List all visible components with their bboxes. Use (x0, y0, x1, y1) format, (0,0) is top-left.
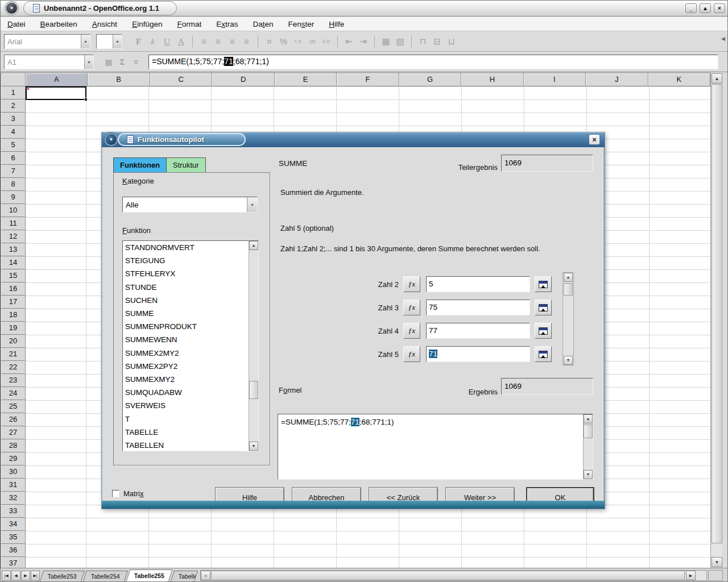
scroll-up-button[interactable]: ▲ (249, 241, 258, 250)
font-name-combo[interactable]: Arial ▼ (4, 34, 90, 49)
argument-scrollbar[interactable]: ▲ ▼ (562, 272, 574, 365)
function-listbox[interactable]: STANDNORMVERTSTEIGUNGSTFEHLERYXSTUNDESUC… (122, 240, 259, 451)
zahl-4[interactable]: 77 (426, 323, 530, 339)
row-header[interactable]: 37 (1, 557, 26, 568)
align-right-icon[interactable]: ≡ (225, 35, 239, 48)
tab-struktur[interactable]: Struktur (167, 157, 206, 172)
close-button[interactable]: × (714, 3, 725, 13)
menu-ansicht[interactable]: Ansicht (92, 20, 117, 28)
row-header[interactable]: 7 (1, 165, 26, 178)
row-header[interactable]: 12 (1, 230, 26, 243)
col-header-i[interactable]: I (524, 73, 586, 86)
row-header[interactable]: 31 (1, 479, 26, 492)
function-list-item[interactable]: T (123, 413, 249, 426)
formel-textarea[interactable]: =SUMME(1;5;75;77;71;68;771;1) ▲ ▼ (278, 414, 593, 480)
col-header-c[interactable]: C (150, 73, 212, 86)
underline-icon[interactable]: U (160, 35, 174, 48)
align-center-icon[interactable]: ≡ (211, 35, 225, 48)
italic-icon[interactable]: k (146, 35, 160, 48)
select-all-corner[interactable] (1, 73, 26, 86)
list-scroll-thumb[interactable] (249, 381, 258, 399)
formula-input[interactable]: =SUMME(1;5;75;77;71;68;771;1) (148, 55, 718, 69)
col-header-a[interactable]: A (26, 73, 88, 86)
function-list-item[interactable]: STUNDE (123, 281, 249, 294)
separator[interactable] (337, 36, 338, 47)
menu-format[interactable]: Format (177, 20, 201, 28)
col-header-f[interactable]: F (337, 73, 399, 86)
kategorie-combo[interactable]: Alle ▼ (122, 197, 258, 213)
scroll-right-button[interactable]: ▶ (686, 571, 696, 580)
row-header[interactable]: 21 (1, 348, 26, 361)
matrix-checkbox[interactable] (112, 490, 119, 497)
align-bottom-icon[interactable]: ⊔ (444, 35, 458, 48)
row-header[interactable]: 27 (1, 426, 26, 439)
function-icon[interactable]: = (129, 57, 143, 66)
zahl-3[interactable]: 75 (426, 300, 530, 315)
standard-format-icon[interactable]: 0.0 (319, 35, 333, 48)
zahl-5[interactable]: 71 (426, 346, 530, 362)
row-header[interactable]: 26 (1, 413, 26, 426)
borders-icon[interactable]: ▦ (379, 35, 393, 48)
row-header[interactable]: 24 (1, 387, 26, 400)
function-list-item[interactable]: SUMQUADABW (123, 386, 249, 399)
function-list-item[interactable]: SUMMEXMY2 (123, 373, 249, 386)
decrease-indent-icon[interactable]: ⇤ (342, 35, 356, 48)
menu-fenster[interactable]: Fenster (288, 20, 315, 28)
scroll-down-button[interactable]: ▼ (249, 442, 258, 451)
last-sheet-button[interactable]: ▶| (31, 571, 40, 581)
separator[interactable] (374, 36, 375, 47)
shrink-button[interactable] (535, 276, 552, 292)
row-header[interactable]: 19 (1, 322, 26, 335)
col-header-e[interactable]: E (275, 73, 337, 86)
function-list-item[interactable]: SUMMENPRODUKT (123, 320, 249, 333)
function-list-item[interactable]: SUMMEWENN (123, 333, 249, 346)
scroll-up-button[interactable]: ▲ (712, 73, 722, 84)
menu-daten[interactable]: Daten (253, 20, 274, 28)
row-header[interactable]: 17 (1, 296, 26, 309)
function-list-item[interactable]: SVERWEIS (123, 399, 249, 412)
active-cell-a1[interactable] (26, 86, 86, 100)
row-header[interactable]: 13 (1, 243, 26, 256)
sheet-tab-tabelle-clipped[interactable]: Tabelle (170, 571, 197, 581)
horizontal-scroll-thumb[interactable] (211, 571, 685, 580)
row-header[interactable]: 33 (1, 505, 26, 518)
row-header[interactable]: 20 (1, 335, 26, 348)
function-list-item[interactable]: SUMMEX2PY2 (123, 360, 249, 373)
col-header-j[interactable]: J (586, 73, 648, 86)
row-header[interactable]: 1 (1, 86, 26, 99)
prev-sheet-button[interactable]: ◀ (11, 571, 20, 581)
col-header-g[interactable]: G (399, 73, 461, 86)
delete-decimal-icon[interactable]: .00 (305, 35, 319, 48)
formel-scroll-thumb[interactable] (584, 425, 593, 438)
scroll-up-button[interactable]: ▲ (564, 273, 573, 282)
align-justify-icon[interactable]: ≡ (239, 35, 254, 48)
menu-einfuegen[interactable]: Einfügen (132, 20, 162, 28)
separator[interactable] (258, 36, 258, 47)
minimize-button[interactable]: _ (685, 3, 697, 13)
dropdown-icon[interactable]: ▼ (81, 35, 90, 48)
fx-button[interactable]: ƒx (403, 323, 420, 339)
formel-scrollbar[interactable]: ▲ ▼ (583, 414, 593, 479)
zahl-2[interactable]: 5 (426, 276, 530, 292)
function-list-item[interactable]: STEIGUNG (123, 254, 249, 267)
menu-datei[interactable]: Datei (7, 20, 26, 28)
sheet-tab-tabelle255[interactable]: Tabelle255 (126, 569, 172, 581)
menu-hilfe[interactable]: Hilfe (329, 20, 344, 28)
toolbar-overflow-icon[interactable]: ◀ (721, 36, 725, 41)
argument-scroll-thumb[interactable] (564, 283, 573, 296)
dialog-close-button[interactable]: × (589, 134, 600, 145)
menu-bearbeiten[interactable]: Bearbeiten (40, 20, 77, 28)
row-header[interactable]: 16 (1, 282, 26, 296)
align-middle-icon[interactable]: ⊟ (430, 35, 444, 48)
maximize-button[interactable]: ▲ (700, 3, 711, 13)
increase-indent-icon[interactable]: ⇥ (356, 35, 370, 48)
col-header-k[interactable]: K (648, 73, 710, 86)
row-header[interactable]: 2 (1, 99, 26, 113)
font-size-combo[interactable]: ▼ (96, 34, 122, 49)
row-header[interactable]: 11 (1, 217, 26, 230)
function-list-item[interactable]: TABELLEN (123, 439, 249, 451)
row-header[interactable]: 29 (1, 452, 26, 465)
row-header[interactable]: 22 (1, 361, 26, 374)
cell-reference-box[interactable]: A1 ▼ (4, 55, 94, 69)
add-decimal-icon[interactable]: +.0 (291, 35, 305, 48)
